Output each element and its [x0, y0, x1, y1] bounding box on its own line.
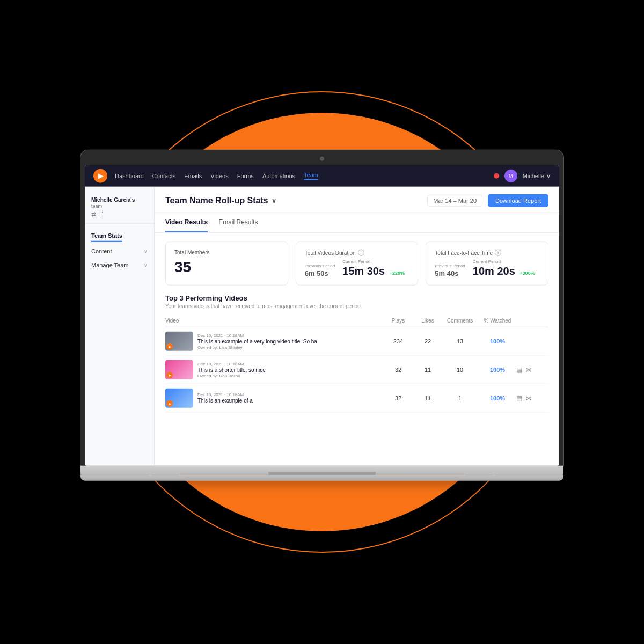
nav-link-dashboard[interactable]: Dashboard [115, 173, 144, 179]
video-owner-1: Owned by: Lisa Shipley [197, 345, 382, 349]
nav-link-team[interactable]: Team [304, 172, 318, 180]
video-date-2: Dec 10, 2021 · 10:18AM [197, 361, 382, 366]
face-time-previous: Previous Period 5m 40s [435, 264, 465, 277]
sidebar-item-manage-team[interactable]: Manage Team ∨ [85, 258, 154, 272]
scene: ▶ Dashboard Contacts Emails Videos Forms… [0, 0, 644, 644]
sidebar-team-section: Michelle Garcia's team ⇄ ⋮ [85, 193, 154, 224]
video-likes-3: 11 [414, 395, 441, 401]
share-icon-3[interactable]: ⋈ [525, 394, 532, 402]
manage-team-chevron-icon: ∨ [144, 262, 148, 268]
video-thumbnail-3[interactable]: ▶ [165, 389, 193, 408]
tab-email-results[interactable]: Email Results [218, 213, 258, 232]
stat-card-face-time: Total Face-to-Face Time i Previous Perio… [426, 241, 548, 286]
video-plays-3: 32 [382, 395, 414, 401]
video-info-2: Dec 10, 2021 · 10:18AM This is a shorter… [197, 361, 382, 378]
nav-logo: ▶ [93, 169, 107, 183]
video-likes-2: 11 [414, 367, 441, 373]
sidebar-item-content[interactable]: Content ∨ [85, 244, 154, 258]
sidebar-icons-row: ⇄ ⋮ [91, 211, 148, 218]
video-plays-2: 32 [382, 367, 414, 373]
title-chevron-icon: ∨ [272, 197, 276, 204]
videos-duration-periods: Previous Period 6m 50s Current Period 15… [305, 259, 409, 277]
video-watched-3: 100% [479, 395, 516, 401]
total-members-label: Total Members [174, 250, 279, 255]
top-videos-subtitle: Your teams videos that have received to … [165, 303, 548, 309]
laptop-screen-outer: ▶ Dashboard Contacts Emails Videos Forms… [80, 150, 564, 466]
sidebar: Michelle Garcia's team ⇄ ⋮ Team Stats [85, 187, 155, 466]
video-play-icon-1: ▶ [166, 343, 173, 350]
nav-link-emails[interactable]: Emails [184, 173, 202, 179]
video-comments-3: 1 [441, 395, 479, 401]
page-title: Team Name Roll-up Stats ∨ [165, 196, 276, 206]
video-thumbnail-2[interactable]: ▶ [165, 360, 193, 379]
download-report-button[interactable]: Download Report [488, 194, 548, 207]
video-date-3: Dec 10, 2021 · 10:18AM [197, 392, 382, 397]
video-plays-1: 234 [382, 338, 414, 345]
laptop-camera [320, 157, 324, 161]
nav-links: Dashboard Contacts Emails Videos Forms A… [115, 172, 494, 180]
sidebar-team-sub: team [91, 203, 148, 209]
sidebar-icon-1: ⇄ [91, 211, 96, 218]
share-icon[interactable]: ⋈ [525, 366, 532, 374]
nav-user[interactable]: Michelle ∨ [523, 172, 551, 179]
video-cell-2: ▶ Dec 10, 2021 · 10:18AM This is a short… [165, 360, 382, 379]
date-range[interactable]: Mar 14 – Mar 20 [427, 195, 482, 207]
face-time-current: Current Period 10m 20s +300% [473, 259, 535, 277]
videos-duration-label: Total Videos Duration i [305, 250, 409, 256]
video-likes-1: 22 [414, 338, 441, 345]
video-info-1: Dec 10, 2021 · 10:18AM This is an exampl… [197, 333, 382, 349]
bar-chart-icon[interactable]: ▤ [516, 366, 522, 374]
video-play-icon-3: ▶ [166, 400, 173, 407]
nav-logo-icon: ▶ [98, 172, 103, 180]
app: ▶ Dashboard Contacts Emails Videos Forms… [85, 165, 559, 466]
video-watched-1: 100% [479, 338, 516, 345]
laptop-base [80, 466, 564, 475]
nav-right: M Michelle ∨ [494, 170, 551, 182]
bar-chart-icon-3[interactable]: ▤ [516, 394, 522, 402]
laptop: ▶ Dashboard Contacts Emails Videos Forms… [80, 150, 564, 481]
video-comments-2: 10 [441, 367, 479, 373]
top-videos-title: Top 3 Performing Videos [165, 294, 548, 302]
sidebar-stats-section: Team Stats [85, 228, 154, 244]
main-content: Team Name Roll-up Stats ∨ Mar 14 – Mar 2… [155, 187, 559, 466]
video-comments-1: 13 [441, 338, 479, 345]
nav-link-automations[interactable]: Automations [262, 173, 295, 179]
video-cell-1: ▶ Dec 10, 2021 · 10:18AM This is an exam… [165, 332, 382, 351]
row-actions-2: ▤ ⋈ [516, 366, 548, 374]
row-actions-3: ▤ ⋈ [516, 394, 548, 402]
nav-link-videos[interactable]: Videos [210, 173, 228, 179]
stat-card-total-members: Total Members 35 [165, 241, 288, 286]
video-watched-2: 100% [479, 367, 516, 373]
laptop-camera-bar [85, 155, 559, 163]
tabs: Video Results Email Results [155, 213, 559, 233]
video-play-icon-2: ▶ [166, 372, 173, 378]
video-info-3: Dec 10, 2021 · 10:18AM This is an exampl… [197, 392, 382, 404]
nav-notification-dot [494, 173, 499, 179]
laptop-bottom [80, 475, 564, 481]
table-row: ▶ Dec 10, 2021 · 10:18AM This is an exam… [165, 384, 548, 413]
videos-duration-current: Current Period 15m 30s +220% [342, 259, 405, 277]
tab-video-results[interactable]: Video Results [165, 213, 208, 232]
videos-duration-info-icon: i [358, 250, 364, 256]
sidebar-team-name: Michelle Garcia's [91, 196, 148, 203]
video-date-1: Dec 10, 2021 · 10:18AM [197, 333, 382, 338]
face-time-label: Total Face-to-Face Time i [435, 250, 539, 256]
content-header: Team Name Roll-up Stats ∨ Mar 14 – Mar 2… [155, 187, 559, 213]
stats-row: Total Members 35 Total Videos Duration i [155, 233, 559, 294]
nav-avatar: M [504, 170, 517, 182]
nav-link-forms[interactable]: Forms [237, 173, 254, 179]
table-row: ▶ Dec 10, 2021 · 10:18AM This is an exam… [165, 327, 548, 356]
face-time-periods: Previous Period 5m 40s Current Period 10… [435, 259, 539, 277]
table-header: Video Plays Likes Comments % Watched [165, 314, 548, 327]
laptop-screen: ▶ Dashboard Contacts Emails Videos Forms… [85, 165, 559, 466]
sidebar-item-team-stats[interactable]: Team Stats [91, 232, 122, 242]
nav-link-contacts[interactable]: Contacts [152, 173, 175, 179]
top-videos-section: Top 3 Performing Videos Your teams video… [155, 294, 559, 421]
video-title-3[interactable]: This is an example of a [197, 397, 382, 404]
video-thumbnail-1[interactable]: ▶ [165, 332, 193, 351]
face-time-info-icon: i [495, 250, 501, 256]
total-members-value: 35 [174, 259, 279, 276]
top-nav: ▶ Dashboard Contacts Emails Videos Forms… [85, 165, 559, 187]
video-title-2[interactable]: This is a shorter title, so nice [197, 366, 382, 373]
video-title-1[interactable]: This is an example of a very long video … [197, 338, 382, 345]
